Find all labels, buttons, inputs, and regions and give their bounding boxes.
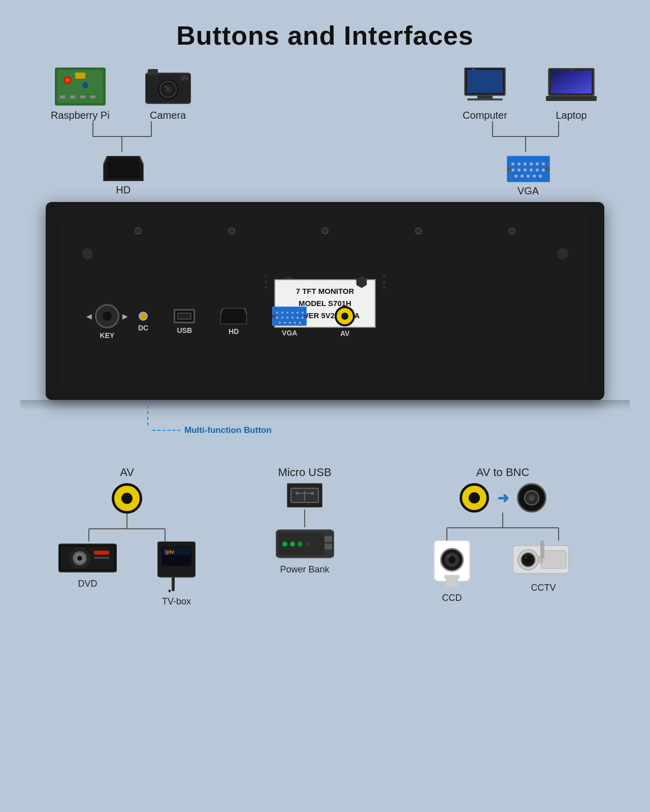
av-port-group: AV (335, 306, 355, 337)
camera-device: Camera (140, 66, 196, 121)
laptop-icon (543, 66, 599, 107)
microusb-group-title: Micro USB (278, 466, 331, 479)
avbnc-connector-row: ➜ (460, 483, 546, 513)
bnc-tree-lines (411, 513, 594, 540)
svg-rect-110 (325, 536, 332, 542)
svg-rect-34 (551, 71, 592, 93)
av-monitor-label: AV (340, 329, 349, 337)
screw-4 (415, 227, 422, 234)
dashed-v-line (147, 400, 148, 425)
tvbox-device: iptv TV-box (157, 542, 196, 607)
svg-point-16 (166, 87, 171, 92)
monitor-title-line1: 7 TFT MONITOR (285, 285, 365, 297)
svg-marker-60 (220, 308, 247, 324)
svg-point-62 (276, 312, 278, 314)
svg-point-47 (511, 168, 514, 172)
svg-rect-6 (80, 95, 85, 98)
svg-rect-35 (546, 96, 597, 101)
svg-point-79 (272, 315, 275, 318)
svg-rect-97 (169, 590, 171, 592)
svg-point-50 (530, 168, 533, 172)
bnc-icon (517, 483, 546, 513)
dvd-icon (58, 542, 117, 574)
usb-label: USB (177, 326, 192, 334)
vga-bracket-svg (472, 121, 584, 152)
monitor-section: 7 TFT MONITOR MODEL S701H POWER 5V2000mA (20, 202, 630, 400)
svg-point-48 (517, 168, 521, 172)
monitor-body: 7 TFT MONITOR MODEL S701H POWER 5V2000mA (46, 202, 604, 400)
svg-point-53 (514, 175, 517, 178)
svg-point-109 (305, 542, 310, 547)
svg-marker-24 (107, 158, 140, 178)
usb-port-group: USB (174, 309, 195, 334)
svg-point-54 (521, 175, 524, 178)
svg-point-44 (530, 162, 533, 165)
svg-point-74 (279, 322, 281, 324)
dvd-label: DVD (78, 579, 97, 589)
svg-point-72 (297, 317, 299, 319)
dvd-device: DVD (58, 542, 117, 607)
svg-point-43 (524, 162, 527, 165)
svg-point-120 (447, 555, 450, 558)
vga-port-icon (272, 307, 307, 326)
avbnc-group-title: AV to BNC (476, 466, 530, 479)
microusb-connector-icon (287, 483, 322, 510)
dashed-h-line (152, 430, 180, 431)
powerbank-icon (276, 527, 334, 560)
av-group: AV (46, 466, 208, 607)
svg-point-45 (536, 162, 539, 165)
bottom-devices-area: AV (30, 466, 620, 607)
vga-port-group: VGA (272, 307, 307, 337)
svg-rect-4 (60, 95, 65, 98)
av-icon-bnc (460, 483, 489, 513)
svg-rect-130 (540, 540, 544, 558)
avbnc-group: AV to BNC ➜ (401, 466, 604, 603)
microusb-svg (287, 483, 322, 507)
av-port-icon (335, 306, 355, 326)
svg-point-77 (294, 322, 296, 324)
svg-text:iptv: iptv (165, 549, 174, 555)
monitor-inner: 7 TFT MONITOR MODEL S701H POWER 5V2000mA (61, 217, 589, 390)
bnc-sub-devices: CCD (432, 540, 574, 603)
svg-point-41 (511, 162, 514, 165)
svg-rect-7 (90, 95, 95, 98)
svg-point-127 (525, 557, 527, 559)
svg-point-68 (276, 317, 278, 319)
svg-point-64 (286, 312, 288, 314)
svg-point-17 (165, 86, 167, 88)
cctv-label: CCTV (531, 583, 556, 593)
left-device-group: Raspberry Pi C (51, 66, 196, 197)
hdmi-connector: HD (103, 156, 144, 196)
hdmi-port-group: HD (220, 308, 247, 335)
svg-rect-90 (94, 551, 109, 555)
svg-rect-26 (467, 70, 503, 93)
microusb-v-line (304, 510, 305, 527)
av-sub-devices: DVD iptv TV-box (58, 542, 196, 607)
svg-point-56 (533, 175, 536, 178)
svg-point-78 (299, 322, 301, 324)
svg-rect-8 (75, 73, 85, 79)
screw-2 (228, 227, 235, 234)
svg-rect-28 (477, 95, 493, 98)
ccd-device: CCD (432, 540, 472, 603)
svg-point-102 (296, 492, 299, 495)
ccd-label: CCD (442, 593, 462, 603)
svg-point-9 (82, 82, 88, 88)
powerbank-label: Power Bank (280, 564, 329, 575)
svg-point-3 (66, 78, 70, 82)
vga-monitor-label: VGA (282, 329, 297, 337)
raspberry-pi-label: Raspberry Pi (51, 110, 110, 121)
dc-label: DC (138, 324, 148, 332)
screw-5 (508, 227, 515, 234)
svg-point-71 (291, 317, 294, 319)
ports-row: ◀ ▶ KEY DC (71, 299, 579, 340)
svg-point-106 (282, 542, 287, 547)
svg-point-107 (290, 542, 295, 547)
cctv-icon (513, 540, 574, 579)
key-joystick[interactable] (95, 304, 119, 328)
svg-point-73 (302, 317, 304, 319)
svg-rect-27 (472, 69, 475, 70)
screws-row-top (71, 227, 579, 234)
laptop-label: Laptop (556, 110, 587, 121)
svg-point-108 (298, 542, 303, 547)
